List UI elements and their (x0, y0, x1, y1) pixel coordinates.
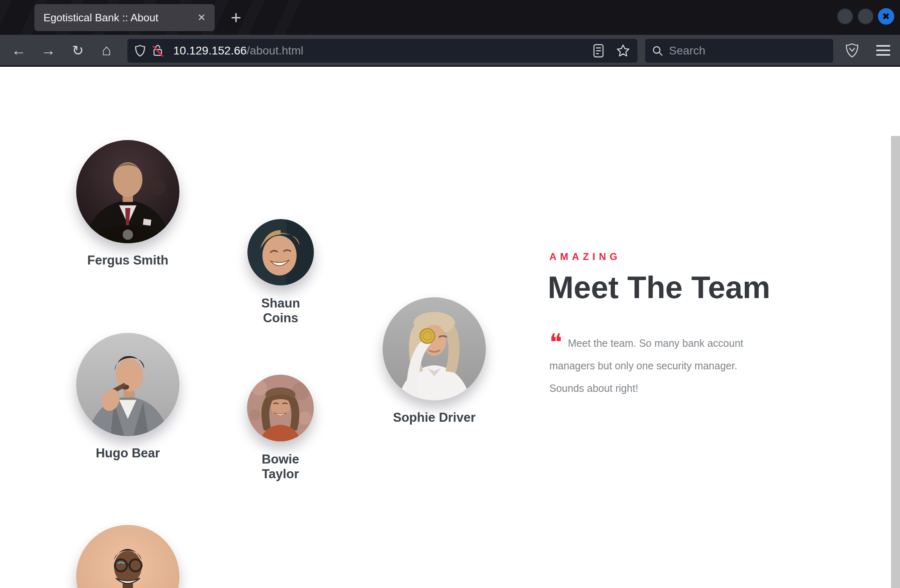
page-content: Fergus Smith Shaun Coins (0, 68, 900, 588)
team-member-steven-kerb: Steven Kerb (76, 525, 179, 588)
tab-bar: Egotistical Bank :: About ✕ + ✖ (0, 0, 900, 35)
url-bar[interactable]: 10.129.152.66/about.html (127, 39, 637, 63)
member-name: Fergus Smith (76, 253, 179, 268)
member-name: Hugo Bear (76, 446, 179, 461)
reload-icon[interactable]: ↻ (66, 35, 89, 66)
team-member-hugo-bear: Hugo Bear (76, 333, 179, 461)
window-maximize-button[interactable] (857, 8, 874, 25)
team-member-fergus-smith: Fergus Smith (76, 140, 179, 268)
insecure-lock-icon[interactable] (152, 44, 164, 57)
section-quote: ❝Meet the team. So many bank account man… (549, 332, 771, 400)
avatar-fergus-smith (76, 140, 179, 243)
url-host: 10.129.152.66 (173, 44, 247, 57)
search-input[interactable] (669, 44, 804, 57)
window-minimize-button[interactable] (837, 8, 853, 25)
window-controls: ✖ (837, 8, 894, 25)
url-path: /about.html (247, 44, 304, 57)
team-member-sophie-driver: Sophie Driver (383, 297, 486, 425)
forward-icon[interactable]: → (37, 35, 60, 66)
avatar-hugo-bear (76, 333, 179, 436)
tab-close-icon[interactable]: ✕ (197, 12, 206, 23)
reader-mode-icon[interactable] (593, 44, 604, 58)
avatar-bowie-taylor (247, 375, 314, 441)
team-member-bowie-taylor: Bowie Taylor (247, 375, 314, 482)
section-title: Meet The Team (548, 269, 770, 305)
member-name: Shaun Coins (247, 296, 314, 326)
bookmark-star-icon[interactable] (616, 44, 630, 58)
menu-hamburger-icon[interactable] (872, 35, 895, 66)
search-icon (652, 45, 663, 57)
search-bar[interactable] (645, 39, 833, 63)
browser-tab[interactable]: Egotistical Bank :: About ✕ (34, 4, 215, 31)
member-name: Bowie Taylor (247, 452, 314, 482)
section-tagline: AMAZING (549, 251, 621, 262)
url-text: 10.129.152.66/about.html (173, 44, 304, 57)
protections-shield-icon[interactable] (841, 35, 864, 66)
tab-title: Egotistical Bank :: About (43, 11, 193, 24)
shield-icon[interactable] (135, 45, 145, 57)
quote-text: Meet the team. So many bank account mana… (549, 337, 743, 394)
home-icon[interactable]: ⌂ (95, 35, 118, 66)
team-member-shaun-coins: Shaun Coins (247, 219, 314, 326)
avatar-shaun-coins (247, 219, 314, 285)
back-icon[interactable]: ← (7, 35, 30, 66)
browser-toolbar: ← → ↻ ⌂ 10.129.152.66/about.html (0, 35, 900, 67)
window-close-button[interactable]: ✖ (878, 8, 894, 25)
new-tab-button[interactable]: + (224, 0, 248, 35)
quote-icon: ❝ (549, 334, 562, 351)
page-scrollbar[interactable] (891, 136, 900, 588)
member-name: Sophie Driver (383, 410, 486, 425)
avatar-steven-kerb (76, 525, 179, 588)
avatar-sophie-driver (383, 297, 486, 400)
